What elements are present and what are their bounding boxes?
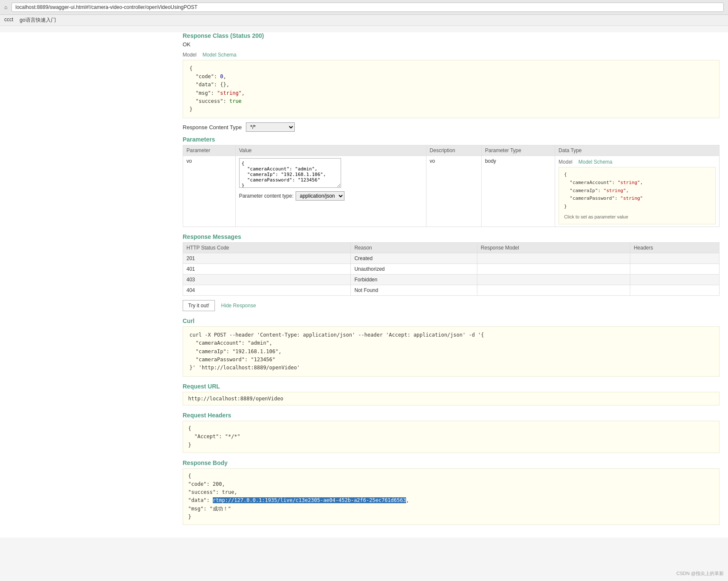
response-class-code: { "code": 0, "data": {}, "msg": "string"… (183, 60, 720, 118)
response-body-section: Response Body { "code": 200, "success": … (183, 459, 720, 525)
response-messages-title: Response Messages (183, 233, 720, 240)
status-403: 403 (183, 275, 351, 285)
param-content-type-select[interactable]: application/json text/plain (296, 191, 344, 201)
table-row: vo { "cameraAccount": "admin", "cameraIp… (183, 156, 720, 227)
bookmark-golang[interactable]: go语言快速入门 (20, 17, 56, 24)
model-tab-inactive-1[interactable]: Model Schema (199, 51, 240, 59)
model-401 (477, 264, 630, 275)
param-name: vo (183, 156, 236, 227)
response-ok-text: OK (183, 41, 720, 48)
rb-line4-prefix: "data": (188, 497, 213, 503)
response-body-title: Response Body (183, 459, 720, 466)
table-row: 403 Forbidden (183, 275, 720, 285)
bookmark-ccct[interactable]: ccct (4, 17, 13, 24)
reason-404: Not Found (351, 285, 477, 296)
response-content-type-label: Response Content Type (183, 124, 242, 130)
model-schema-tab[interactable]: Model Schema (575, 158, 616, 166)
browser-bar: ⌂ localhost:8889/swagger-ui.html#!/camer… (0, 0, 728, 15)
col-value: Value (235, 145, 426, 156)
param-content-type-row: Parameter content type: application/json… (239, 191, 423, 201)
reason-201: Created (351, 253, 477, 264)
model-schema-header-2: Model Model Schema (559, 158, 716, 166)
curl-code-block: curl -X POST --header 'Content-Type: app… (183, 326, 720, 377)
status-201: 201 (183, 253, 351, 264)
response-messages-section: Response Messages HTTP Status Code Reaso… (183, 233, 720, 296)
col-response-model: Response Model (477, 243, 630, 253)
response-content-type-select[interactable]: */* application/json (246, 122, 295, 132)
response-class-title: Response Class (Status 200) (183, 32, 720, 39)
model-schema-header: Model Model Schema (183, 51, 720, 59)
param-description: vo (426, 156, 481, 227)
rb-line2: "code": 200, (188, 481, 225, 487)
rb-line3: "success": true, (188, 489, 237, 495)
col-data-type: Data Type (555, 145, 720, 156)
rb-line6: } (188, 514, 191, 520)
request-url-section: Request URL http://localhost:8889/openVi… (183, 383, 720, 405)
parameters-title: Parameters (183, 136, 720, 143)
rb-line4-suffix: , (406, 497, 409, 503)
try-it-out-button[interactable]: Try it out! (183, 300, 215, 311)
button-row: Try it out! Hide Response (183, 300, 720, 311)
rb-line5: "msg": "成功！" (188, 506, 231, 512)
main-area: Response Class (Status 200) OK Model Mod… (0, 32, 728, 538)
table-row: 401 Unauthorized (183, 264, 720, 275)
model-label-1: Model (183, 52, 197, 58)
curl-section: Curl curl -X POST --header 'Content-Type… (183, 317, 720, 377)
request-headers-section: Request Headers { "Accept": "*/*"} (183, 412, 720, 453)
request-url-box: http://localhost:8889/openVideo (183, 392, 720, 405)
request-headers-title: Request Headers (183, 412, 720, 419)
rb-line1: { (188, 473, 191, 479)
bookmarks-bar: ccct go语言快速入门 (0, 15, 728, 26)
headers-401 (630, 264, 720, 275)
col-status-code: HTTP Status Code (183, 243, 351, 253)
col-parameter: Parameter (183, 145, 236, 156)
headers-403 (630, 275, 720, 285)
headers-201 (630, 253, 720, 264)
model-201 (477, 253, 630, 264)
status-404: 404 (183, 285, 351, 296)
click-hint[interactable]: Click to set as parameter value (564, 213, 710, 221)
headers-404 (630, 285, 720, 296)
reason-401: Unauthorized (351, 264, 477, 275)
request-url-title: Request URL (183, 383, 720, 390)
home-icon[interactable]: ⌂ (4, 4, 7, 10)
model-404 (477, 285, 630, 296)
request-headers-box: { "Accept": "*/*"} (183, 421, 720, 453)
response-messages-table: HTTP Status Code Reason Response Model H… (183, 242, 720, 296)
param-type: body (482, 156, 555, 227)
page-content: Response Class (Status 200) OK Model Mod… (0, 32, 728, 538)
col-headers: Headers (630, 243, 720, 253)
response-content-type-row: Response Content Type */* application/js… (183, 122, 720, 132)
col-description: Description (426, 145, 481, 156)
table-row: 404 Not Found (183, 285, 720, 296)
hide-response-link[interactable]: Hide Response (221, 303, 256, 309)
param-value-cell: { "cameraAccount": "admin", "cameraIp": … (235, 156, 426, 227)
table-row: 201 Created (183, 253, 720, 264)
response-body-box: { "code": 200, "success": true, "data": … (183, 468, 720, 525)
parameters-section: Parameters Parameter Value Description P… (183, 136, 720, 227)
param-content-type-label: Parameter content type: (239, 193, 293, 199)
url-bar[interactable]: localhost:8889/swagger-ui.html#!/camera-… (11, 3, 724, 12)
rb-line4-url: rtmp://127.0.0.1:1935/live/c13e2305-ae04… (213, 497, 406, 503)
col-param-type: Parameter Type (482, 145, 555, 156)
model-403 (477, 275, 630, 285)
param-data-type-cell: Model Model Schema { "cameraAccount": "s… (555, 156, 720, 227)
col-reason: Reason (351, 243, 477, 253)
param-schema-box: { "cameraAccount": "string", "cameraIp":… (559, 167, 716, 224)
reason-403: Forbidden (351, 275, 477, 285)
parameters-table: Parameter Value Description Parameter Ty… (183, 145, 720, 227)
curl-title: Curl (183, 317, 720, 324)
status-401: 401 (183, 264, 351, 275)
model-label-2: Model (559, 159, 573, 165)
param-value-textarea[interactable]: { "cameraAccount": "admin", "cameraIp": … (239, 158, 341, 188)
